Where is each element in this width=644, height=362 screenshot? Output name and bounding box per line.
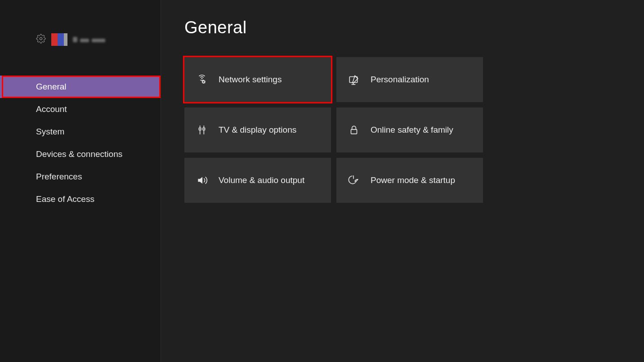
power-eco-icon <box>348 174 360 186</box>
tile-network-settings[interactable]: Network settings <box>184 57 331 102</box>
sidebar-item-account[interactable]: Account <box>0 98 161 121</box>
sidebar-item-ease-of-access[interactable]: Ease of Access <box>0 188 161 210</box>
sidebar-nav: General Account System Devices & connect… <box>0 76 161 210</box>
personalize-icon <box>348 74 360 85</box>
sidebar-item-label: System <box>36 127 64 137</box>
svg-rect-5 <box>203 128 205 130</box>
svg-point-2 <box>202 80 205 83</box>
tile-label: TV & display options <box>219 125 296 135</box>
tile-label: Volume & audio output <box>219 175 304 185</box>
sidebar: General Account System Devices & connect… <box>0 0 161 362</box>
sidebar-item-general[interactable]: General <box>0 76 161 98</box>
settings-tiles: Network settings Personalization <box>184 57 644 203</box>
gear-icon <box>36 34 46 45</box>
network-icon <box>196 74 208 85</box>
tile-label: Power mode & startup <box>371 175 455 185</box>
page-title: General <box>184 18 644 37</box>
tile-personalization[interactable]: Personalization <box>336 57 483 102</box>
svg-rect-4 <box>199 128 201 130</box>
display-cable-icon <box>196 124 208 136</box>
sidebar-item-label: General <box>36 82 67 92</box>
sidebar-item-label: Ease of Access <box>36 194 94 204</box>
tile-power-mode-startup[interactable]: Power mode & startup <box>336 158 483 203</box>
sidebar-item-label: Preferences <box>36 172 82 182</box>
profile-header[interactable] <box>0 0 161 52</box>
main-panel: General Network settings <box>161 0 644 362</box>
tile-volume-audio-output[interactable]: Volume & audio output <box>184 158 331 203</box>
gamertag-obscured <box>73 37 105 42</box>
tile-label: Personalization <box>371 75 429 85</box>
svg-point-0 <box>40 37 42 40</box>
svg-rect-6 <box>351 130 357 134</box>
sidebar-item-label: Devices & connections <box>36 149 122 159</box>
volume-icon <box>196 174 208 186</box>
tile-online-safety-family[interactable]: Online safety & family <box>336 107 483 152</box>
settings-app: General Account System Devices & connect… <box>0 0 644 362</box>
lock-icon <box>348 124 360 136</box>
sidebar-item-preferences[interactable]: Preferences <box>0 165 161 188</box>
tile-label: Network settings <box>219 75 282 85</box>
sidebar-item-devices-connections[interactable]: Devices & connections <box>0 143 161 165</box>
sidebar-item-system[interactable]: System <box>0 121 161 143</box>
svg-point-1 <box>201 78 203 79</box>
avatar <box>51 33 67 46</box>
tile-label: Online safety & family <box>371 125 453 135</box>
tile-tv-display-options[interactable]: TV & display options <box>184 107 331 152</box>
sidebar-item-label: Account <box>36 104 67 114</box>
